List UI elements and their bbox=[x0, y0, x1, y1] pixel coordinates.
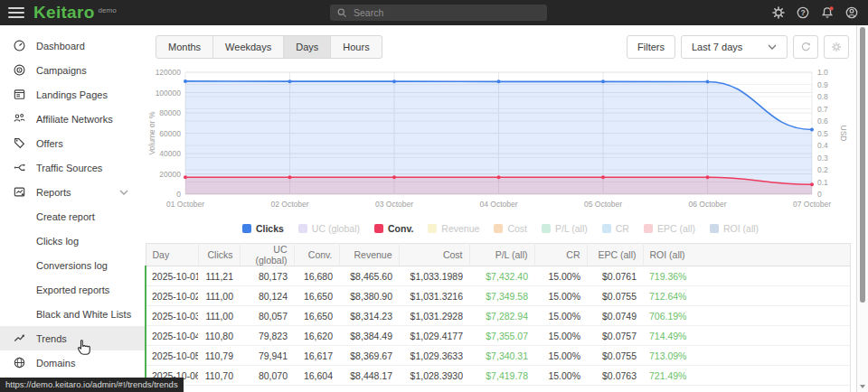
column-header[interactable]: EPC (all) bbox=[587, 244, 643, 266]
legend-label: CR bbox=[616, 223, 629, 234]
sidebar-item-offers[interactable]: Offers bbox=[0, 131, 145, 155]
table-cell bbox=[534, 386, 587, 392]
column-header[interactable]: Cost bbox=[399, 244, 469, 266]
sidebar-item-affiliate-networks[interactable]: Affiliate Networks bbox=[0, 107, 145, 131]
table-cell: $8,314.23 bbox=[339, 306, 399, 326]
trends-chart[interactable]: 01 October02 October03 October04 October… bbox=[145, 65, 850, 214]
column-header[interactable]: CR bbox=[534, 244, 587, 266]
sidebar-label: Offers bbox=[36, 138, 63, 149]
landings-page-icon bbox=[13, 88, 26, 101]
refresh-button[interactable] bbox=[793, 35, 818, 59]
svg-text:0.1: 0.1 bbox=[817, 178, 828, 187]
legend-item[interactable]: UC (global) bbox=[298, 223, 360, 234]
legend-item[interactable]: CR bbox=[602, 223, 629, 234]
menu-icon[interactable] bbox=[8, 7, 24, 18]
table-cell: $1,031.2928 bbox=[399, 306, 469, 326]
search-input[interactable] bbox=[354, 7, 525, 18]
tab-days[interactable]: Days bbox=[283, 36, 330, 58]
table-cell bbox=[198, 386, 240, 392]
table-row: 2025-10-06110,7080,07016,604$8,448.17$1,… bbox=[146, 366, 851, 386]
table-cell: $1,028.3930 bbox=[399, 366, 469, 386]
legend-item[interactable]: Cost bbox=[494, 223, 527, 234]
legend-item[interactable]: ROI (all) bbox=[710, 223, 759, 234]
app-logo: Keitaro bbox=[33, 3, 95, 23]
column-header[interactable]: P/L (all) bbox=[469, 244, 534, 266]
legend-swatch bbox=[542, 224, 551, 233]
table-cell: 2025-10-03 bbox=[146, 306, 198, 326]
sidebar-item-campaigns[interactable]: Campaigns bbox=[0, 58, 145, 82]
tab-hours[interactable]: Hours bbox=[330, 36, 381, 58]
table-cell: 16,604 bbox=[294, 366, 339, 386]
table-cell: 111,00 bbox=[198, 306, 240, 326]
table-cell: $1,029.4177 bbox=[399, 326, 469, 346]
logo-demo-badge: demo bbox=[99, 6, 117, 14]
sidebar-item-trends[interactable]: Trends bbox=[0, 326, 145, 350]
legend-swatch bbox=[602, 224, 611, 233]
scrollbar-thumb[interactable] bbox=[860, 27, 865, 303]
sidebar-item-black-white-lists[interactable]: Black and White Lists bbox=[0, 302, 145, 326]
table-cell: 15.00% bbox=[534, 266, 587, 286]
sidebar-item-create-report[interactable]: Create report bbox=[0, 204, 145, 229]
svg-text:?: ? bbox=[800, 8, 805, 17]
table-cell: $8,384.49 bbox=[339, 326, 399, 346]
table-cell: $0.0755 bbox=[587, 346, 643, 366]
chevron-down-icon bbox=[768, 44, 777, 50]
column-header[interactable]: Clicks bbox=[198, 244, 240, 266]
sidebar-item-traffic-sources[interactable]: Traffic Sources bbox=[0, 155, 145, 180]
column-header[interactable]: Revenue bbox=[339, 244, 399, 266]
table-cell: 2025-10-04 bbox=[146, 326, 198, 346]
sidebar-item-conversions-log[interactable]: Conversions log bbox=[0, 253, 145, 277]
table-cell bbox=[240, 386, 294, 392]
trends-table: DayClicksUC (global)Conv.RevenueCostP/L … bbox=[145, 243, 851, 392]
tab-weekdays[interactable]: Weekdays bbox=[212, 36, 283, 58]
help-icon[interactable]: ? bbox=[796, 5, 810, 20]
column-header[interactable]: Conv. bbox=[294, 244, 339, 266]
table-cell: 110,79 bbox=[198, 346, 240, 366]
sidebar-item-exported-reports[interactable]: Exported reports bbox=[0, 277, 145, 302]
column-header[interactable]: ROI (all) bbox=[643, 244, 851, 266]
sidebar-item-domains[interactable]: Domains bbox=[0, 350, 145, 375]
scroll-down-arrow[interactable] bbox=[860, 385, 865, 388]
svg-text:0: 0 bbox=[176, 190, 181, 199]
table-cell: 80,070 bbox=[240, 366, 294, 386]
svg-text:02 October: 02 October bbox=[270, 200, 308, 209]
legend-swatch bbox=[298, 224, 307, 233]
tab-months[interactable]: Months bbox=[156, 36, 212, 58]
table-cell: $0.0761 bbox=[587, 266, 643, 286]
sidebar-label: Reports bbox=[36, 187, 71, 198]
search-bar[interactable] bbox=[330, 5, 547, 21]
legend-item[interactable]: P/L (all) bbox=[542, 223, 588, 234]
trends-chart-area: 01 October02 October03 October04 October… bbox=[145, 65, 849, 218]
column-header[interactable]: Day bbox=[146, 244, 198, 266]
user-account-icon[interactable] bbox=[844, 5, 859, 20]
svg-text:0: 0 bbox=[817, 190, 822, 199]
notifications-bell-icon[interactable] bbox=[820, 5, 835, 20]
table-cell: $8,465.60 bbox=[339, 266, 399, 286]
legend-item[interactable]: EPC (all) bbox=[644, 223, 695, 234]
filters-button[interactable]: Filters bbox=[627, 35, 675, 59]
date-range-select[interactable]: Last 7 days bbox=[681, 35, 788, 59]
sidebar-item-reports[interactable]: Reports bbox=[0, 180, 145, 204]
sidebar-item-landings-pages[interactable]: Landings Pages bbox=[0, 82, 145, 107]
sidebar-item-clicks-log[interactable]: Clicks log bbox=[0, 229, 145, 253]
table-cell: $0.0755 bbox=[587, 286, 643, 306]
table-cell: $1,033.1989 bbox=[399, 266, 469, 286]
sidebar-item-dashboard[interactable]: Dashboard bbox=[0, 33, 145, 58]
topbar: Keitaro demo ? bbox=[0, 0, 868, 25]
legend-item[interactable]: Conv. bbox=[374, 223, 413, 234]
chart-legend: ClicksUC (global)Conv.RevenueCostP/L (al… bbox=[145, 221, 856, 236]
legend-item[interactable]: Clicks bbox=[242, 223, 284, 234]
dashboard-gauge-icon bbox=[13, 39, 26, 52]
table-cell: 111,00 bbox=[198, 286, 240, 306]
window-scrollbar[interactable] bbox=[857, 25, 868, 392]
sidebar-label: Exported reports bbox=[36, 285, 109, 295]
svg-text:0.3: 0.3 bbox=[817, 154, 828, 163]
table-row: 2025-10-03111,0080,05716,650$8,314.23$1,… bbox=[146, 306, 851, 326]
legend-label: ROI (all) bbox=[723, 223, 759, 234]
chart-settings-button[interactable] bbox=[824, 35, 849, 59]
table-cell: $0.0749 bbox=[587, 306, 643, 326]
legend-label: Conv. bbox=[388, 223, 413, 234]
column-header[interactable]: UC (global) bbox=[240, 244, 294, 266]
settings-icon[interactable] bbox=[771, 5, 786, 20]
legend-item[interactable]: Revenue bbox=[428, 223, 479, 234]
